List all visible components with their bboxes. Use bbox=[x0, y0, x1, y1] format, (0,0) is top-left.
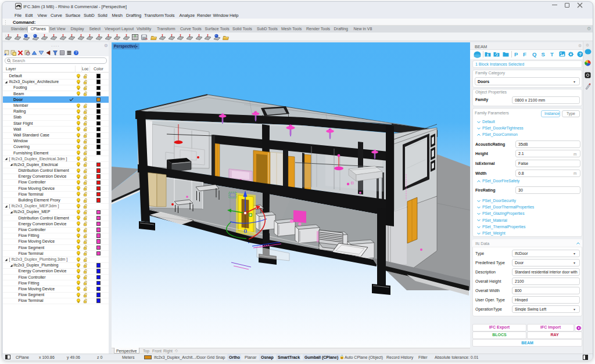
svg-text:?: ? bbox=[75, 51, 77, 55]
svg-text:?: ? bbox=[579, 52, 582, 57]
